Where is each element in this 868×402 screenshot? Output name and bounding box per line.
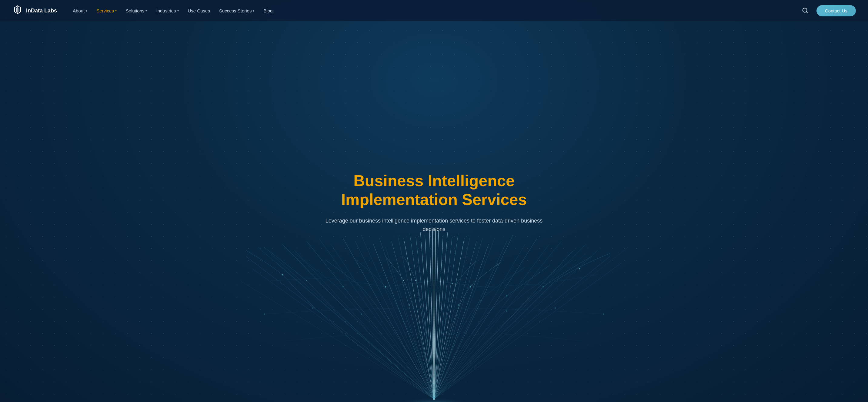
logo-icon <box>12 5 23 16</box>
brand-name: InData Labs <box>26 7 57 14</box>
nav-right: Contact Us <box>800 5 856 17</box>
contact-button[interactable]: Contact Us <box>816 5 856 17</box>
svg-line-1 <box>806 12 808 13</box>
nav-services[interactable]: Services ▾ <box>93 6 120 16</box>
chevron-down-icon: ▾ <box>146 9 147 12</box>
hero-content: Business Intelligence Implementation Ser… <box>298 171 570 234</box>
nav-solutions[interactable]: Solutions ▾ <box>122 6 151 16</box>
chevron-down-icon: ▾ <box>177 9 179 12</box>
nav-menu: About ▾ Services ▾ Solutions ▾ Industrie… <box>69 6 800 16</box>
hero-subtitle: Leverage our business intelligence imple… <box>325 216 543 234</box>
search-button[interactable] <box>800 5 810 16</box>
nav-about[interactable]: About ▾ <box>69 6 91 16</box>
hero-section: Business Intelligence Implementation Ser… <box>0 0 868 402</box>
nav-industries[interactable]: Industries ▾ <box>152 6 182 16</box>
hero-title: Business Intelligence Implementation Ser… <box>310 171 558 209</box>
navbar: InData Labs About ▾ Services ▾ Solutions… <box>0 0 868 21</box>
nav-success-stories[interactable]: Success Stories ▾ <box>216 6 258 16</box>
chevron-down-icon: ▾ <box>253 9 254 12</box>
chevron-down-icon: ▾ <box>115 9 117 12</box>
search-icon <box>802 7 809 14</box>
chevron-down-icon: ▾ <box>86 9 87 12</box>
logo-link[interactable]: InData Labs <box>12 5 57 16</box>
nav-use-cases[interactable]: Use Cases <box>184 6 214 16</box>
nav-blog[interactable]: Blog <box>260 6 276 16</box>
